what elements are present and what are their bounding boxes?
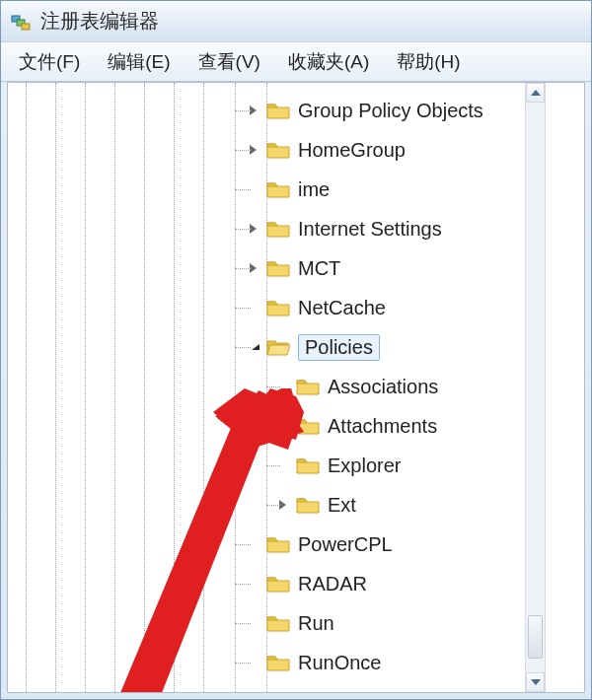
- tree-node[interactable]: Attachments: [8, 406, 545, 446]
- folder-icon: [266, 653, 290, 672]
- folder-icon: [296, 455, 320, 475]
- folder-icon: [266, 298, 290, 317]
- tree-pane: Group Policy Objects HomeGroup ime Inter…: [8, 83, 545, 692]
- menu-favorites[interactable]: 收藏夹(A): [274, 45, 383, 79]
- tree-node[interactable]: RADAR: [8, 564, 545, 603]
- menu-view[interactable]: 查看(V): [185, 45, 274, 79]
- window-title: 注册表编辑器: [40, 8, 159, 35]
- tree-node-label[interactable]: Associations: [328, 376, 438, 398]
- registry-tree[interactable]: Group Policy Objects HomeGroup ime Inter…: [8, 91, 545, 682]
- tree-node-label[interactable]: Run: [298, 612, 334, 635]
- tree-node-label[interactable]: Attachments: [328, 415, 437, 438]
- tree-node-label[interactable]: NetCache: [298, 297, 386, 319]
- titlebar: 注册表编辑器: [1, 1, 591, 42]
- tree-node[interactable]: HomeGroup: [8, 130, 545, 170]
- folder-icon: [296, 416, 320, 436]
- registry-editor-window: 注册表编辑器 文件(F) 编辑(E) 查看(V) 收藏夹(A) 帮助(H) Gr…: [0, 0, 592, 700]
- menu-help[interactable]: 帮助(H): [383, 45, 474, 79]
- folder-icon: [266, 574, 290, 594]
- tree-node-label[interactable]: Explorer: [328, 455, 401, 477]
- client-area: Group Policy Objects HomeGroup ime Inter…: [7, 82, 585, 693]
- tree-node-label[interactable]: Group Policy Objects: [298, 100, 483, 122]
- tree-node[interactable]: RunOnce: [8, 643, 545, 682]
- tree-node-label[interactable]: HomeGroup: [298, 139, 406, 162]
- regedit-icon: [9, 10, 33, 34]
- menubar: 文件(F) 编辑(E) 查看(V) 收藏夹(A) 帮助(H): [1, 42, 591, 82]
- tree-node[interactable]: Ext: [8, 485, 545, 525]
- tree-node[interactable]: ime: [8, 170, 545, 209]
- tree-node[interactable]: Internet Settings: [8, 209, 545, 248]
- folder-icon: [296, 495, 320, 515]
- tree-node-label[interactable]: MCT: [298, 257, 340, 280]
- tree-node[interactable]: Explorer: [8, 446, 545, 485]
- tree-node[interactable]: Group Policy Objects: [8, 91, 545, 130]
- folder-icon: [266, 613, 290, 633]
- tree-node-label[interactable]: Internet Settings: [298, 218, 442, 241]
- collapse-icon[interactable]: [245, 339, 260, 355]
- folder-icon: [296, 377, 320, 396]
- tree-node[interactable]: Run: [8, 603, 545, 643]
- folder-icon: [266, 219, 290, 239]
- tree-node[interactable]: Associations: [8, 367, 545, 406]
- tree-node-label[interactable]: Policies: [298, 334, 380, 361]
- tree-node-label[interactable]: ime: [298, 178, 330, 201]
- tree-node[interactable]: MCT: [8, 248, 545, 288]
- folder-icon: [266, 140, 290, 160]
- tree-node[interactable]: PowerCPL: [8, 525, 545, 564]
- svg-rect-2: [22, 24, 30, 30]
- folder-icon: [266, 179, 290, 199]
- tree-node-label[interactable]: RADAR: [298, 573, 367, 595]
- tree-node-label[interactable]: RunOnce: [298, 652, 382, 674]
- right-pane: [545, 83, 584, 692]
- tree-node[interactable]: NetCache: [8, 288, 545, 327]
- folder-icon: [266, 258, 290, 278]
- menu-edit[interactable]: 编辑(E): [94, 45, 184, 79]
- folder-icon: [266, 534, 290, 554]
- folder-icon: [266, 101, 290, 120]
- tree-node-label[interactable]: PowerCPL: [298, 533, 393, 556]
- tree-node-label[interactable]: Ext: [328, 494, 356, 517]
- folder-open-icon: [266, 337, 290, 357]
- tree-node[interactable]: Policies: [8, 327, 545, 367]
- menu-file[interactable]: 文件(F): [5, 45, 94, 79]
